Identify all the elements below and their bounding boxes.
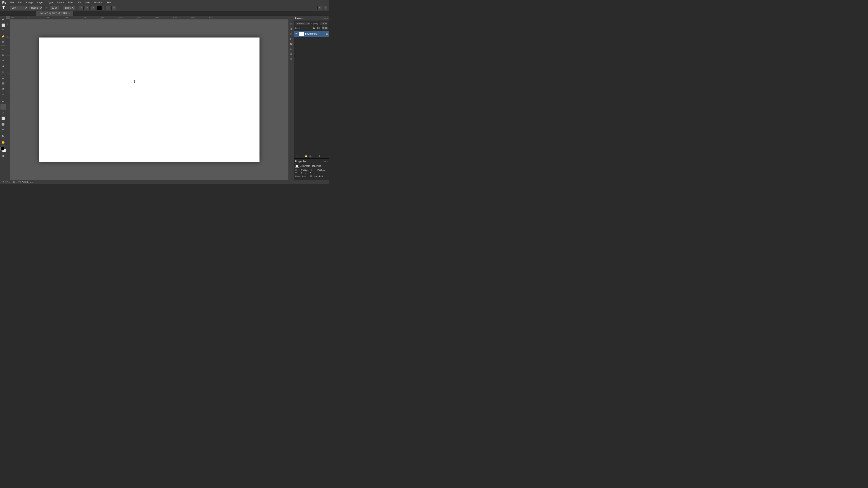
- canvas-viewport[interactable]: I: [10, 20, 288, 180]
- history-icon[interactable]: ⊞: [289, 32, 293, 36]
- add-mask-btn[interactable]: ◻: [299, 155, 303, 158]
- menu-filter[interactable]: Filter: [66, 1, 75, 4]
- layers-panel: Layers ++ ≡ Normal Opacity: Lock: ⬚: [294, 16, 329, 180]
- tool-separator-1: [1, 45, 5, 46]
- menu-layer[interactable]: Layer: [35, 1, 45, 4]
- lock-pixels-btn[interactable]: ✏: [305, 27, 308, 29]
- ellipse-tool[interactable]: ⬤: [0, 121, 6, 127]
- resolution-value: 72 pixels/inch: [310, 175, 323, 178]
- canvas-with-ruler: -200 0 I: [6, 20, 288, 180]
- crop-tool[interactable]: ⊠: [0, 39, 6, 45]
- svg-text:3500: 3500: [155, 17, 159, 19]
- eyedropper-tool[interactable]: ✒: [0, 46, 6, 52]
- gradient-tool[interactable]: ▤: [0, 80, 6, 86]
- add-fx-btn[interactable]: fx: [295, 155, 299, 158]
- quick-select-tool[interactable]: ⚡: [0, 34, 6, 39]
- opacity-label: Opacity:: [311, 22, 319, 25]
- layers-bottom-bar: fx ◻ 📁 ◑ + 🗑: [294, 154, 329, 158]
- document-tab[interactable]: Untitled-1 @ 66.7% (RGB/8) ×: [36, 11, 73, 16]
- shape-tool[interactable]: ⬜: [0, 116, 6, 121]
- doc-icon: 📄: [295, 164, 299, 168]
- main-area: ✛ ⬜ ⌒ ⚡ ⊠ ✒ ⊕ ✏ ◈ ↺ ◻ ▤ ◉ ○ ✒ T ▷ ⬜ ⬤ ❋ …: [0, 16, 329, 180]
- lasso-tool[interactable]: ⌒: [0, 28, 6, 33]
- layer-visibility-eye[interactable]: 👁: [295, 32, 298, 35]
- screen-mode-btn[interactable]: ▣: [0, 153, 6, 158]
- hand-tool[interactable]: ✋: [0, 139, 6, 145]
- lock-all-btn[interactable]: 🔒: [312, 27, 315, 29]
- font-style-select[interactable]: Regular: [29, 6, 43, 10]
- layers-spacer: [294, 37, 329, 154]
- menu-image[interactable]: Image: [24, 1, 35, 4]
- menu-type[interactable]: Type: [46, 1, 55, 4]
- text-tool[interactable]: T: [0, 104, 6, 109]
- opacity-input[interactable]: [320, 22, 328, 25]
- create-group-btn[interactable]: 📁: [304, 155, 308, 158]
- move-tool[interactable]: ✛: [0, 17, 6, 22]
- libraries-icon[interactable]: 📚: [289, 41, 293, 46]
- history-brush-tool[interactable]: ↺: [0, 69, 6, 74]
- layers-panel-icon[interactable]: ☰: [289, 17, 293, 21]
- h-label: H:: [311, 169, 316, 171]
- font-size-input[interactable]: [50, 6, 59, 10]
- rectangle-select-tool[interactable]: ⬜: [0, 22, 6, 28]
- create-adjustment-btn[interactable]: ◑: [308, 155, 312, 158]
- blend-mode-select[interactable]: Normal: [295, 22, 311, 25]
- cancel-btn[interactable]: ✕: [317, 6, 322, 10]
- menu-select[interactable]: Select: [55, 1, 66, 4]
- delete-layer-btn[interactable]: 🗑: [317, 155, 321, 158]
- color-icon[interactable]: ⊕: [289, 57, 293, 61]
- commit-btn[interactable]: ✓: [323, 6, 328, 10]
- menu-ps[interactable]: Ps: [1, 1, 7, 4]
- lock-transparency-btn[interactable]: ⬚: [301, 27, 304, 29]
- menu-window[interactable]: Window: [92, 1, 105, 4]
- dodge-tool[interactable]: ○: [0, 92, 6, 97]
- text-color-swatch[interactable]: [97, 6, 102, 10]
- layers-menu-icon[interactable]: ≡: [327, 17, 328, 20]
- lock-position-btn[interactable]: ✛: [309, 27, 311, 29]
- path-select-tool[interactable]: ▷: [0, 110, 6, 115]
- align-right-btn[interactable]: ≡: [91, 6, 95, 10]
- character-panel-btn[interactable]: A↑: [112, 6, 116, 10]
- font-family-select[interactable]: Exo: [10, 6, 28, 10]
- healing-tool[interactable]: ⊕: [0, 52, 6, 57]
- blur-tool[interactable]: ◉: [0, 86, 6, 91]
- align-center-btn[interactable]: ≡: [85, 6, 90, 10]
- svg-text:2500: 2500: [119, 17, 123, 19]
- properties-add-icon[interactable]: ++: [324, 160, 326, 163]
- tab-close-btn[interactable]: ×: [69, 12, 70, 14]
- custom-shape-tool[interactable]: ❋: [0, 127, 6, 132]
- properties-panel: Properties ++ ≡ 📄 Document Properties W:…: [294, 158, 329, 180]
- properties-icon[interactable]: ⊞: [289, 46, 293, 51]
- character-icon[interactable]: A: [289, 52, 293, 56]
- svg-text:1000: 1000: [65, 17, 68, 19]
- menu-view[interactable]: View: [83, 1, 92, 4]
- anti-alias-select[interactable]: Sharp: [63, 6, 75, 10]
- divider-4: [103, 6, 104, 10]
- channels-icon[interactable]: ◎: [289, 22, 293, 26]
- pen-tool[interactable]: ✒: [0, 98, 6, 104]
- actions-icon[interactable]: ▶: [289, 37, 293, 41]
- brush-tool[interactable]: ✏: [0, 58, 6, 63]
- toolbar: ✛ ⬜ ⌒ ⚡ ⊠ ✒ ⊕ ✏ ◈ ↺ ◻ ▤ ◉ ○ ✒ T ▷ ⬜ ⬤ ❋ …: [0, 16, 6, 180]
- warp-text-btn[interactable]: ⌒: [105, 6, 110, 10]
- properties-title: Properties: [295, 160, 306, 163]
- adjustments-icon[interactable]: ◑: [289, 27, 293, 31]
- clone-tool[interactable]: ◈: [0, 63, 6, 69]
- layer-name: Background: [305, 33, 325, 35]
- zoom-tool[interactable]: 🔍: [0, 134, 6, 139]
- menu-help[interactable]: Help: [105, 1, 114, 4]
- menu-file[interactable]: File: [8, 1, 16, 4]
- align-left-btn[interactable]: ≡: [79, 6, 84, 10]
- menu-edit[interactable]: Edit: [16, 1, 24, 4]
- layers-add-icon[interactable]: ++: [324, 17, 326, 20]
- eraser-tool[interactable]: ◻: [0, 74, 6, 80]
- layers-header-icons: ++ ≡: [324, 17, 328, 20]
- menu-3d[interactable]: 3D: [76, 1, 83, 4]
- fill-input[interactable]: [321, 26, 328, 30]
- canvas-document[interactable]: I: [39, 37, 259, 162]
- resolution-label: Resolution:: [295, 175, 309, 178]
- new-layer-btn[interactable]: +: [313, 155, 317, 158]
- properties-menu-icon[interactable]: ≡: [327, 160, 328, 163]
- swap-colors-icon[interactable]: [4, 150, 5, 152]
- layer-item-background[interactable]: 👁 Background 🔒: [294, 31, 329, 37]
